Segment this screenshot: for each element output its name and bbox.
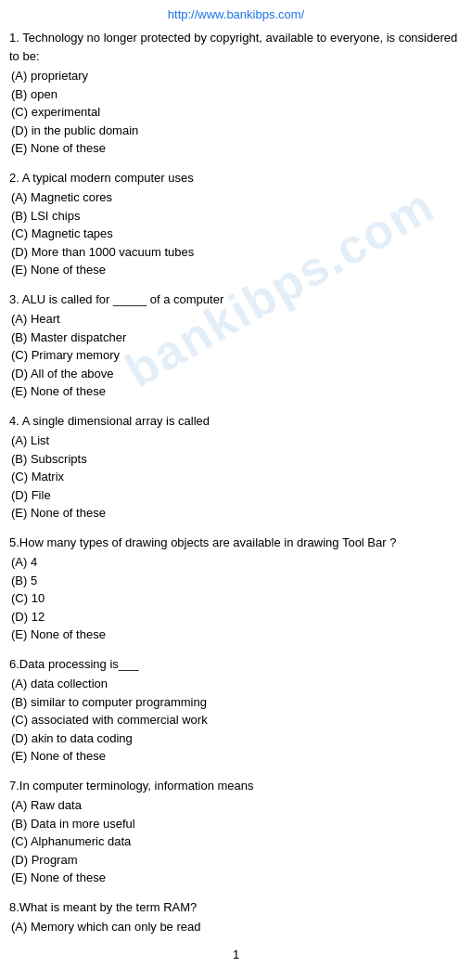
question-7-text: 7.In computer terminology, information m…	[9, 777, 463, 795]
question-4-optE: (E) None of these	[11, 504, 463, 522]
question-4-text: 4. A single dimensional array is called	[9, 412, 463, 431]
question-4-optB: (B) Subscripts	[11, 450, 463, 469]
question-5-optC: (C) 10	[11, 589, 463, 608]
question-3-optC: (C) Primary memory	[11, 346, 463, 365]
question-2: 2. A typical modern computer uses (A) Ma…	[9, 169, 463, 279]
page-number: 1	[9, 948, 463, 961]
question-5-optE: (E) None of these	[11, 625, 463, 644]
question-1-optA: (A) proprietary	[11, 67, 463, 85]
question-1-optB: (B) open	[11, 85, 463, 104]
question-6: 6.Data processing is___ (A) data collect…	[9, 655, 463, 766]
question-6-optC: (C) associated with commercial work	[11, 711, 463, 729]
question-5-text: 5.How many types of drawing objects are …	[9, 534, 463, 552]
question-6-optD: (D) akin to data coding	[11, 729, 463, 748]
question-1-optD: (D) in the public domain	[11, 122, 463, 140]
question-7-optA: (A) Raw data	[11, 796, 463, 815]
question-6-optA: (A) data collection	[11, 675, 463, 693]
question-7-optD: (D) Program	[11, 851, 463, 870]
question-1-text: 1. Technology no longer protected by cop…	[9, 29, 463, 65]
question-2-optD: (D) More than 1000 vacuum tubes	[11, 243, 463, 262]
question-3-optD: (D) All of the above	[11, 365, 463, 383]
question-3-optE: (E) None of these	[11, 382, 463, 401]
question-2-optB: (B) LSI chips	[11, 207, 463, 226]
question-8-optA: (A) Memory which can only be read	[11, 918, 463, 936]
question-6-optB: (B) similar to computer programming	[11, 693, 463, 712]
question-4-optC: (C) Matrix	[11, 468, 463, 486]
question-1-optC: (C) experimental	[11, 103, 463, 122]
question-2-text: 2. A typical modern computer uses	[9, 169, 463, 187]
question-6-optE: (E) None of these	[11, 747, 463, 766]
header-url: http://www.bankibps.com/	[9, 7, 463, 21]
question-2-optE: (E) None of these	[11, 261, 463, 279]
question-4-optD: (D) File	[11, 486, 463, 505]
question-6-text: 6.Data processing is___	[9, 655, 463, 674]
question-4-optA: (A) List	[11, 432, 463, 450]
question-3-optB: (B) Master dispatcher	[11, 329, 463, 347]
question-1-optE: (E) None of these	[11, 139, 463, 158]
question-3: 3. ALU is called for _____ of a computer…	[9, 290, 463, 401]
question-4: 4. A single dimensional array is called …	[9, 412, 463, 522]
question-7: 7.In computer terminology, information m…	[9, 777, 463, 887]
question-5-optD: (D) 12	[11, 608, 463, 626]
question-2-optA: (A) Magnetic cores	[11, 188, 463, 207]
question-5: 5.How many types of drawing objects are …	[9, 534, 463, 644]
question-5-optB: (B) 5	[11, 572, 463, 590]
question-8-text: 8.What is meant by the term RAM?	[9, 898, 463, 917]
question-7-optC: (C) Alphanumeric data	[11, 832, 463, 851]
question-2-optC: (C) Magnetic tapes	[11, 225, 463, 243]
question-3-optA: (A) Heart	[11, 310, 463, 329]
question-5-optA: (A) 4	[11, 553, 463, 572]
question-8: 8.What is meant by the term RAM? (A) Mem…	[9, 898, 463, 936]
question-7-optB: (B) Data in more useful	[11, 815, 463, 833]
question-7-optE: (E) None of these	[11, 869, 463, 887]
question-3-text: 3. ALU is called for _____ of a computer	[9, 290, 463, 309]
question-1: 1. Technology no longer protected by cop…	[9, 29, 463, 158]
questions-container: 1. Technology no longer protected by cop…	[9, 29, 463, 936]
